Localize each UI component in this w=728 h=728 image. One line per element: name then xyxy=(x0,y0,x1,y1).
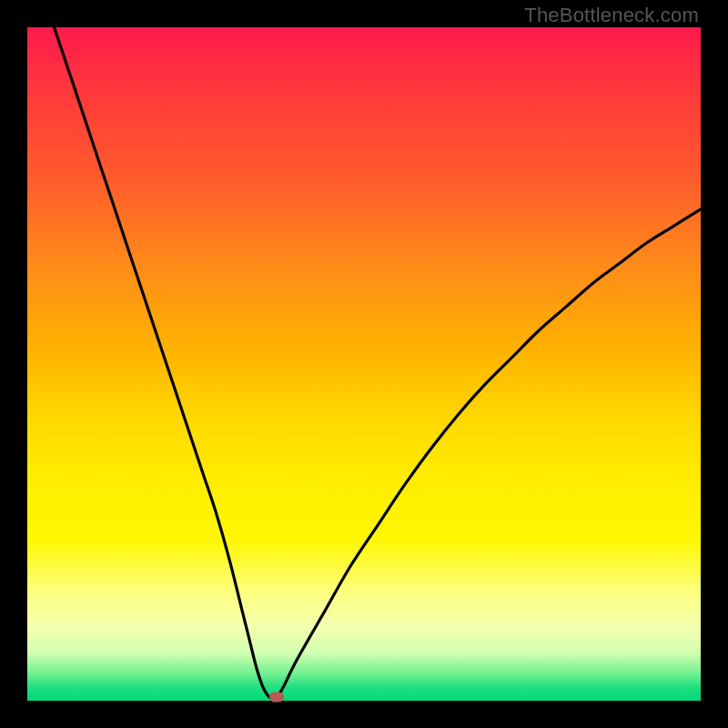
optimal-point-marker xyxy=(269,693,284,703)
watermark-text: TheBottleneck.com xyxy=(524,4,699,27)
bottleneck-curve-line xyxy=(55,27,701,699)
plot-area xyxy=(27,27,701,701)
curve-svg xyxy=(27,27,701,701)
chart-frame: TheBottleneck.com xyxy=(0,0,728,728)
